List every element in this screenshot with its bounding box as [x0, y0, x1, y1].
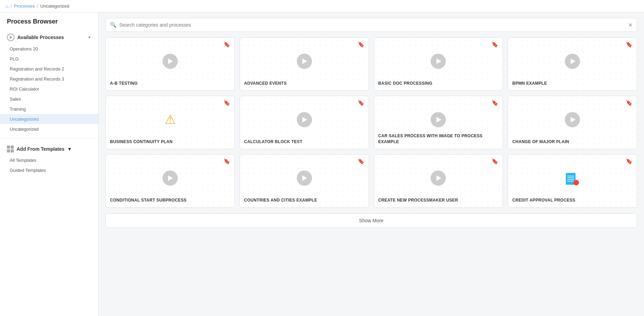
card-icon-countries-cities-example [297, 170, 312, 186]
process-card-advanced-events[interactable]: 🔖ADVANCED EVENTS [240, 37, 369, 91]
add-from-templates-label: Add From Templates [17, 146, 64, 152]
available-processes-icon [7, 34, 15, 41]
bookmark-icon-create-new-processmaker-user[interactable]: 🔖 [491, 158, 498, 165]
process-card-business-continuity-plan[interactable]: 🔖⚠BUSINESS CONTINUITY PLAN [105, 96, 235, 149]
process-card-bpmn-example[interactable]: 🔖BPMN EXAMPLE [508, 37, 637, 91]
card-title-basic-doc-processing: BASIC DOC PROCESSING [378, 81, 499, 86]
card-icon-credit-approval-process [566, 173, 579, 185]
sidebar-item-roi-calculator[interactable]: ROI Calculator [0, 84, 98, 94]
bookmark-icon-calculator-block-test[interactable]: 🔖 [358, 100, 365, 106]
sidebar-divider [0, 138, 98, 139]
available-processes-section[interactable]: Available Processes ▼ [0, 31, 98, 44]
sidebar-item-reg-records-2[interactable]: Registration and Records 2 [0, 64, 98, 74]
breadcrumb-separator: / [10, 3, 12, 9]
sidebar-item-reg-records-3[interactable]: Registration and Records 3 [0, 74, 98, 84]
card-icon-conditional-start-subprocess [163, 170, 178, 186]
process-card-ab-testing[interactable]: 🔖A-B TESTING [105, 37, 235, 91]
sidebar-item-plg[interactable]: PLG [0, 54, 98, 64]
available-processes-label: Available Processes [17, 35, 64, 40]
templates-items: All Templates Guided Templates [0, 155, 98, 175]
process-grid: 🔖A-B TESTING🔖ADVANCED EVENTS🔖BASIC DOC P… [105, 37, 637, 208]
main-layout: Process Browser Available Processes ▼ Op… [0, 12, 644, 316]
show-more-button[interactable]: Show More [105, 213, 637, 228]
process-card-change-of-major-plain[interactable]: 🔖CHANGE OF MAJOR PLAIN [508, 96, 637, 149]
bookmark-icon-car-sales-process[interactable]: 🔖 [491, 100, 498, 106]
search-icon: 🔍 [110, 22, 117, 28]
breadcrumb-separator2: / [37, 3, 38, 9]
sidebar-item-sales[interactable]: Sales [0, 94, 98, 104]
bookmark-icon-business-continuity-plan[interactable]: 🔖 [223, 100, 230, 106]
sidebar-item-guided-templates[interactable]: Guided Templates [0, 165, 98, 175]
home-icon[interactable]: ⌂ [6, 3, 8, 9]
card-title-advanced-events: ADVANCED EVENTS [244, 81, 365, 86]
process-card-create-new-processmaker-user[interactable]: 🔖CREATE NEW PROCESSMAKER USER [374, 154, 503, 208]
card-title-credit-approval-process: CREDIT APPROVAL PROCESS [512, 197, 633, 203]
clear-search-icon[interactable]: ✕ [628, 22, 633, 28]
breadcrumb: ⌂ / Processes / Uncategorized [0, 0, 644, 12]
bookmark-icon-basic-doc-processing[interactable]: 🔖 [491, 41, 498, 48]
sidebar: Process Browser Available Processes ▼ Op… [0, 12, 99, 316]
process-card-basic-doc-processing[interactable]: 🔖BASIC DOC PROCESSING [374, 37, 503, 91]
card-title-car-sales-process: CAR SALES PROCESS WITH IMAGE TO PROCESS … [378, 133, 499, 145]
card-icon-car-sales-process [431, 112, 446, 127]
bookmark-icon-bpmn-example[interactable]: 🔖 [626, 41, 633, 48]
card-title-conditional-start-subprocess: CONDITIONAL START SUBPROCESS [110, 197, 230, 203]
card-title-ab-testing: A-B TESTING [110, 81, 230, 86]
main-content: 🔍 ✕ 🔖A-B TESTING🔖ADVANCED EVENTS🔖BASIC D… [99, 12, 644, 316]
sidebar-item-all-templates[interactable]: All Templates [0, 155, 98, 165]
card-title-business-continuity-plan: BUSINESS CONTINUITY PLAN [110, 139, 230, 145]
card-icon-create-new-processmaker-user [431, 170, 446, 186]
breadcrumb-current: Uncategorized [40, 3, 69, 9]
process-card-car-sales-process[interactable]: 🔖CAR SALES PROCESS WITH IMAGE TO PROCESS… [374, 96, 503, 149]
bookmark-icon-advanced-events[interactable]: 🔖 [358, 41, 365, 48]
card-icon-business-continuity-plan: ⚠ [163, 112, 178, 127]
card-icon-change-of-major-plain [565, 112, 580, 127]
card-title-change-of-major-plain: CHANGE OF MAJOR PLAIN [512, 139, 633, 145]
bookmark-icon-change-of-major-plain[interactable]: 🔖 [626, 100, 633, 106]
sidebar-item-operations20[interactable]: Operations 20 [0, 44, 98, 54]
card-title-bpmn-example: BPMN EXAMPLE [512, 81, 633, 86]
card-icon-basic-doc-processing [431, 54, 446, 69]
breadcrumb-processes[interactable]: Processes [14, 3, 35, 9]
card-icon-bpmn-example [565, 54, 580, 69]
process-card-countries-cities-example[interactable]: 🔖COUNTRIES AND CITIES EXAMPLE [240, 154, 369, 208]
bookmark-icon-credit-approval-process[interactable]: 🔖 [626, 158, 633, 165]
search-input[interactable] [119, 22, 628, 28]
sidebar-item-uncategorized-1[interactable]: Uncategorized [0, 114, 98, 124]
sidebar-item-training[interactable]: Training [0, 104, 98, 114]
warning-icon: ⚠ [163, 112, 178, 127]
process-card-conditional-start-subprocess[interactable]: 🔖CONDITIONAL START SUBPROCESS [105, 154, 235, 208]
add-from-templates-section[interactable]: Add From Templates ▼ [0, 143, 98, 155]
available-processes-items: Operations 20 PLG Registration and Recor… [0, 44, 98, 134]
templates-grid-icon [7, 146, 14, 152]
card-icon-advanced-events [297, 54, 312, 69]
sidebar-title: Process Browser [0, 18, 98, 31]
chevron-down-icon: ▼ [88, 35, 91, 39]
bookmark-icon-ab-testing[interactable]: 🔖 [223, 41, 230, 48]
bookmark-icon-countries-cities-example[interactable]: 🔖 [358, 158, 365, 165]
sidebar-item-uncategorized-2[interactable]: Uncategorized [0, 124, 98, 134]
card-title-calculator-block-test: CALCULATOR BLOCK TEST [244, 139, 365, 145]
card-title-create-new-processmaker-user: CREATE NEW PROCESSMAKER USER [378, 197, 499, 203]
card-icon-calculator-block-test [297, 112, 312, 127]
process-card-calculator-block-test[interactable]: 🔖CALCULATOR BLOCK TEST [240, 96, 369, 149]
bookmark-icon-conditional-start-subprocess[interactable]: 🔖 [223, 158, 230, 165]
process-card-credit-approval-process[interactable]: 🔖 CREDIT APPROVAL PROCESS [508, 154, 637, 208]
card-icon-ab-testing [163, 54, 178, 69]
chevron-down-icon-2: ▼ [67, 146, 72, 152]
card-title-countries-cities-example: COUNTRIES AND CITIES EXAMPLE [244, 197, 365, 203]
search-bar: 🔍 ✕ [105, 18, 637, 32]
